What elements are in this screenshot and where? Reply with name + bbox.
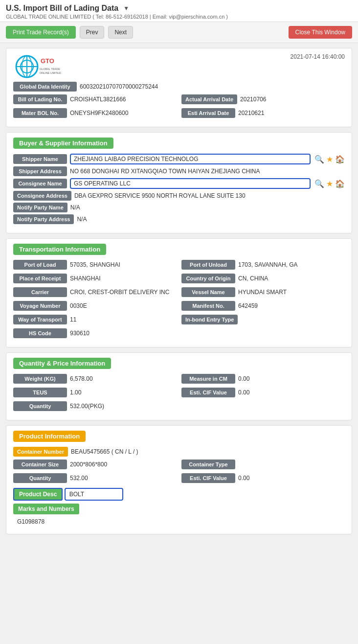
home-icon-2[interactable]: 🏠 [335, 179, 345, 188]
shipper-address-value: NO 668 DONGHAI RD XITANGQIAO TOWN HAIYAN… [70, 168, 345, 175]
country-of-origin-label: Country of Origin [181, 274, 235, 283]
bol-value: CROISHATL3821666 [70, 96, 177, 103]
shipper-name-row: Shipper Name ZHEJIANG LAIBAO PRECISION T… [13, 154, 345, 164]
shipper-address-row: Shipper Address NO 668 DONGHAI RD XITANG… [13, 166, 345, 176]
next-button[interactable]: Next [108, 26, 133, 39]
country-of-origin-value: CN, CHINA [238, 275, 345, 282]
notify-party-name-label: Notify Party Name [13, 203, 67, 212]
identity-row: Global Data Identity 6003202107070700002… [13, 82, 345, 92]
toolbar: Print Trade Record(s) Prev Next Close Th… [0, 22, 358, 43]
buyer-supplier-section: Buyer & Supplier Information Shipper Nam… [6, 132, 352, 233]
vessel-name-row: Vessel Name HYUNDAI SMART [181, 287, 345, 297]
weight-row: Weight (KG) 6,578.00 [13, 374, 177, 384]
consignee-name-value: GS OPERATING LLC [70, 178, 311, 189]
manifest-no-row: Manifest No. 642459 [181, 301, 345, 311]
quantity-price-grid: Weight (KG) 6,578.00 Measure in CM 0.00 … [13, 374, 345, 413]
marks-numbers-value: G1098878 [13, 516, 345, 527]
voyage-number-row: Voyage Number 0030E [13, 301, 177, 311]
vessel-name-value: HYUNDAI SMART [238, 289, 345, 296]
notify-party-name-row: Notify Party Name N/A [13, 203, 345, 212]
esti-cif-value: 0.00 [238, 389, 345, 396]
product-quantity-value: 532.00 [70, 475, 177, 482]
print-button[interactable]: Print Trade Record(s) [6, 26, 76, 39]
consignee-name-label: Consignee Name [13, 179, 67, 188]
notify-party-address-row: Notify Party Address N/A [13, 214, 345, 224]
container-number-row: Container Number BEAU5475665 ( CN / L / … [13, 447, 345, 457]
container-type-row: Container Type [181, 460, 345, 469]
vessel-name-label: Vessel Name [181, 287, 235, 297]
actual-arrival-row: Actual Arrival Date 20210706 [181, 94, 345, 104]
weight-value: 6,578.00 [70, 375, 177, 382]
product-quantity-row: Quantity 532.00 [13, 473, 177, 483]
identity-value: 600320210707070000275244 [80, 83, 345, 90]
home-icon[interactable]: 🏠 [335, 155, 345, 164]
dropdown-arrow-icon[interactable]: ▼ [123, 5, 129, 12]
shipper-action-icons: 🔍 ★ 🏠 [314, 155, 345, 164]
mater-bol-row: Mater BOL No. ONEYSH9FK2480600 [13, 108, 177, 118]
quantity-label: Quantity [13, 401, 67, 411]
esti-arrival-label: Esti Arrival Date [181, 108, 235, 118]
product-esti-cif-label: Esti. CIF Value [181, 473, 235, 483]
way-of-transport-value: 11 [70, 316, 177, 323]
star-icon-2[interactable]: ★ [326, 179, 333, 188]
buyer-supplier-title: Buyer & Supplier Information [13, 138, 113, 149]
carrier-value: CROI, CREST-ORBIT DELIVERY INC [70, 289, 177, 296]
company-logo: GTO GLOBAL TRADE ONLINE LIMITED [13, 53, 72, 80]
measure-row: Measure in CM 0.00 [181, 374, 345, 384]
search-icon-2[interactable]: 🔍 [314, 179, 324, 188]
carrier-label: Carrier [13, 287, 67, 297]
product-desc-label: Product Desc [13, 488, 63, 501]
container-number-label: Container Number [13, 447, 68, 457]
close-button[interactable]: Close This Window [289, 26, 352, 39]
in-bond-entry-label: In-bond Entry Type [181, 315, 238, 324]
prev-button[interactable]: Prev [80, 26, 105, 39]
svg-text:GTO: GTO [41, 57, 54, 65]
container-type-label: Container Type [181, 460, 235, 469]
container-size-value: 2000*806*800 [70, 461, 177, 468]
consignee-address-value: DBA GEXPRO SERVICE 9500 NORTH ROYAL LANE… [74, 192, 345, 199]
hs-code-row: HS Code 930610 [13, 328, 177, 338]
product-grid: Container Size 2000*806*800 Container Ty… [13, 460, 345, 485]
bol-label: Bill of Lading No. [13, 94, 67, 104]
container-size-row: Container Size 2000*806*800 [13, 460, 177, 469]
product-desc-value: BOLT [69, 491, 84, 498]
star-icon[interactable]: ★ [326, 155, 333, 164]
transportation-section: Transportation Information Port of Load … [6, 238, 352, 347]
place-of-receipt-row: Place of Receipt SHANGHAI [13, 274, 177, 283]
product-section: Product Information Container Number BEA… [6, 425, 352, 534]
marks-numbers-label: Marks and Numbers [13, 504, 79, 514]
teus-value: 1.00 [70, 389, 177, 396]
mater-bol-label: Mater BOL No. [13, 108, 67, 118]
teus-label: TEUS [13, 388, 67, 397]
consignee-address-row: Consignee Address DBA GEXPRO SERVICE 950… [13, 191, 345, 201]
consignee-address-label: Consignee Address [13, 191, 71, 201]
actual-arrival-value: 20210706 [240, 96, 345, 103]
quantity-price-title: Quantity & Price Information [13, 358, 111, 369]
voyage-number-value: 0030E [70, 302, 177, 309]
port-of-load-label: Port of Load [13, 260, 67, 270]
consignee-name-row: Consignee Name GS OPERATING LLC 🔍 ★ 🏠 [13, 178, 345, 189]
product-quantity-label: Quantity [13, 473, 67, 483]
manifest-no-value: 642459 [238, 302, 345, 309]
place-of-receipt-value: SHANGHAI [70, 275, 177, 282]
port-of-unload-label: Port of Unload [181, 260, 235, 270]
product-esti-cif-row: Esti. CIF Value 0.00 [181, 473, 345, 483]
shipper-name-label: Shipper Name [13, 154, 67, 164]
record-header-card: GTO GLOBAL TRADE ONLINE LIMITED 2021-07-… [6, 48, 352, 127]
quantity-price-section: Quantity & Price Information Weight (KG)… [6, 352, 352, 420]
way-of-transport-row: Way of Transport 11 [13, 315, 177, 324]
quantity-value: 532.00(PKG) [70, 403, 177, 410]
place-of-receipt-label: Place of Receipt [13, 274, 67, 283]
notify-party-address-value: N/A [77, 216, 345, 223]
measure-label: Measure in CM [181, 374, 235, 384]
actual-arrival-label: Actual Arrival Date [181, 94, 237, 104]
voyage-number-label: Voyage Number [13, 301, 67, 311]
page-subtitle: GLOBAL TRADE ONLINE LIMITED ( Tel: 86-51… [6, 14, 352, 20]
page-title: U.S. Import Bill of Lading Data ▼ [6, 4, 352, 13]
product-title: Product Information [13, 431, 86, 442]
page-header: U.S. Import Bill of Lading Data ▼ GLOBAL… [0, 0, 358, 22]
shipper-address-label: Shipper Address [13, 166, 67, 176]
search-icon[interactable]: 🔍 [314, 155, 324, 164]
hs-code-value: 930610 [70, 330, 177, 337]
content: GTO GLOBAL TRADE ONLINE LIMITED 2021-07-… [0, 43, 358, 544]
